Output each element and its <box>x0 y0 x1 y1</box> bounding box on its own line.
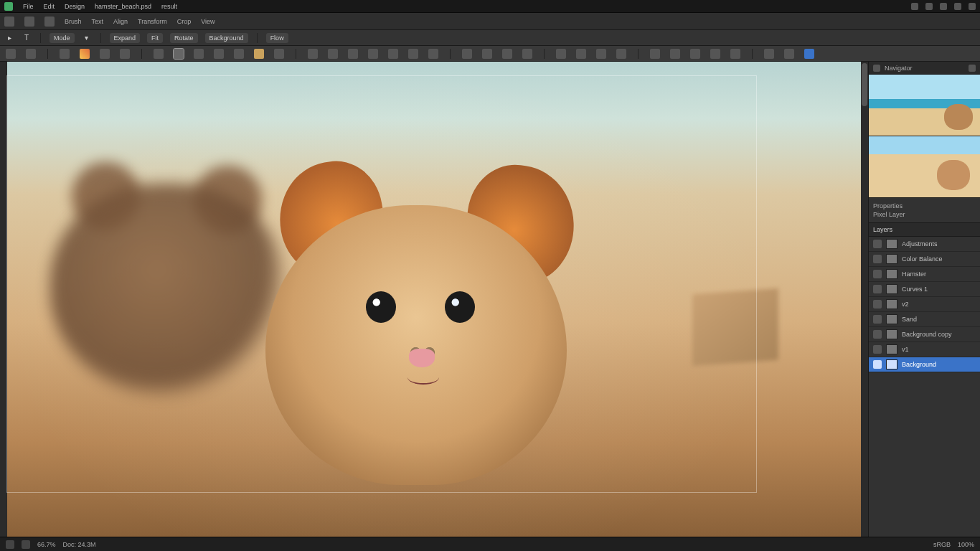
eye-icon[interactable] <box>873 300 882 309</box>
eye-icon[interactable] <box>873 330 882 339</box>
layer-row[interactable]: v1 <box>869 342 980 357</box>
grid-icon[interactable] <box>174 49 184 59</box>
align-center-icon[interactable] <box>482 49 492 59</box>
cloud-icon[interactable] <box>911 3 918 10</box>
mode-dropdown[interactable]: Mode <box>50 33 75 43</box>
sharpen-icon[interactable] <box>328 49 338 59</box>
layer-thumb <box>886 269 897 279</box>
layer-row[interactable]: Adjustments <box>869 237 980 252</box>
ribbon-secondary: ▸ T Mode ▾ Expand Fit Rotate Background … <box>0 30 980 46</box>
align-left-icon[interactable] <box>462 49 472 59</box>
scrollbar-thumb[interactable] <box>862 63 867 106</box>
eraser-icon[interactable] <box>100 49 110 59</box>
window-min-icon[interactable] <box>940 3 947 10</box>
layer-thumb <box>886 254 897 264</box>
chevron-down-icon[interactable]: ▾ <box>82 33 92 43</box>
adjust-icon[interactable] <box>873 240 882 248</box>
preset-c-icon[interactable] <box>804 49 814 59</box>
blur-icon[interactable] <box>308 49 318 59</box>
gear-icon[interactable] <box>670 49 680 59</box>
filters-icon[interactable] <box>710 49 720 59</box>
eye-icon[interactable] <box>873 345 882 354</box>
ribbon-transform[interactable]: Transform <box>138 18 167 25</box>
preset-b-icon[interactable] <box>784 49 794 59</box>
balance-icon[interactable] <box>873 255 882 263</box>
flip-icon[interactable] <box>522 49 532 59</box>
layer-label: Sand <box>902 316 917 323</box>
more-icon[interactable] <box>730 49 740 59</box>
preset-a-icon[interactable] <box>764 49 774 59</box>
expand-button[interactable]: Expand <box>110 33 141 43</box>
shape-icon[interactable] <box>120 49 130 59</box>
secondary-tab[interactable]: result <box>161 3 177 10</box>
crop-icon[interactable] <box>154 49 164 59</box>
thumbnail-2[interactable] <box>869 136 980 198</box>
cursor-icon[interactable]: ▸ <box>4 33 14 43</box>
layer-row[interactable]: v2 <box>869 297 980 312</box>
layer-row[interactable]: Curves 1 <box>869 282 980 297</box>
flow-button[interactable]: Flow <box>266 33 288 43</box>
vertical-scrollbar[interactable] <box>861 62 868 537</box>
curves-icon[interactable] <box>873 285 882 293</box>
dodge-icon[interactable] <box>348 49 358 59</box>
thumbnail-1[interactable] <box>869 75 980 136</box>
ribbon-view[interactable]: View <box>201 18 215 25</box>
eye-icon[interactable] <box>873 270 882 278</box>
layer-label: Hamster <box>902 270 926 278</box>
swatch-icon[interactable] <box>24 17 34 27</box>
menu-edit[interactable]: Edit <box>44 3 55 10</box>
link-icon[interactable] <box>576 49 586 59</box>
ribbon-text[interactable]: Text <box>92 18 104 25</box>
ribbon-align[interactable]: Align <box>113 18 128 25</box>
home-icon[interactable] <box>4 17 14 27</box>
path-icon[interactable] <box>388 49 398 59</box>
color-icon[interactable] <box>80 49 90 59</box>
eyedropper-icon[interactable] <box>214 49 224 59</box>
layer-row[interactable]: Hamster <box>869 267 980 282</box>
window-close-icon[interactable] <box>969 3 976 10</box>
status-zoom[interactable]: 66.7% <box>37 541 56 548</box>
eye-icon[interactable] <box>873 360 882 369</box>
fill-icon[interactable] <box>234 49 244 59</box>
layer-row[interactable]: Sand <box>869 312 980 327</box>
eye-icon[interactable] <box>873 315 882 324</box>
panel-menu-icon[interactable] <box>969 65 976 72</box>
layer-row[interactable]: Background <box>869 357 980 372</box>
properties-sub: Pixel Layer <box>873 211 976 218</box>
doc-tab[interactable]: hamster_beach.psd <box>95 3 151 10</box>
canvas-area[interactable] <box>0 62 868 537</box>
layer-thumb <box>886 284 897 294</box>
menu-file[interactable]: File <box>23 3 34 10</box>
layers-header[interactable]: Layers <box>869 223 980 237</box>
menu-design[interactable]: Design <box>65 3 85 10</box>
layer-icon[interactable] <box>616 49 626 59</box>
plugin-icon[interactable] <box>690 49 700 59</box>
textcursor-icon[interactable]: T <box>22 33 32 43</box>
move-icon[interactable] <box>6 49 16 59</box>
layer-row[interactable]: Color Balance <box>869 252 980 267</box>
ribbon-crop[interactable]: Crop <box>177 18 192 25</box>
heal-icon[interactable] <box>274 49 284 59</box>
search-icon[interactable] <box>925 3 933 10</box>
window-max-icon[interactable] <box>954 3 961 10</box>
fit-button[interactable]: Fit <box>147 33 163 43</box>
separator <box>638 49 639 59</box>
text-icon[interactable] <box>26 49 36 59</box>
status-tool-icon <box>6 540 14 549</box>
rotate-button[interactable]: Rotate <box>170 33 198 43</box>
rotate-icon[interactable] <box>502 49 512 59</box>
lock-icon[interactable] <box>596 49 606 59</box>
clone-icon[interactable] <box>254 49 264 59</box>
ruler-icon[interactable] <box>194 49 204 59</box>
navigator-header[interactable]: Navigator <box>869 62 980 75</box>
pen-icon[interactable] <box>368 49 378 59</box>
zoom-icon[interactable] <box>428 49 438 59</box>
lasso-icon[interactable] <box>60 49 70 59</box>
layer-row[interactable]: Background copy <box>869 327 980 342</box>
settings-icon[interactable] <box>650 49 660 59</box>
hand-icon[interactable] <box>408 49 418 59</box>
recent-icon[interactable] <box>44 17 55 27</box>
ribbon-brush[interactable]: Brush <box>65 18 82 25</box>
bg-button[interactable]: Background <box>205 33 248 43</box>
mask-icon[interactable] <box>556 49 566 59</box>
